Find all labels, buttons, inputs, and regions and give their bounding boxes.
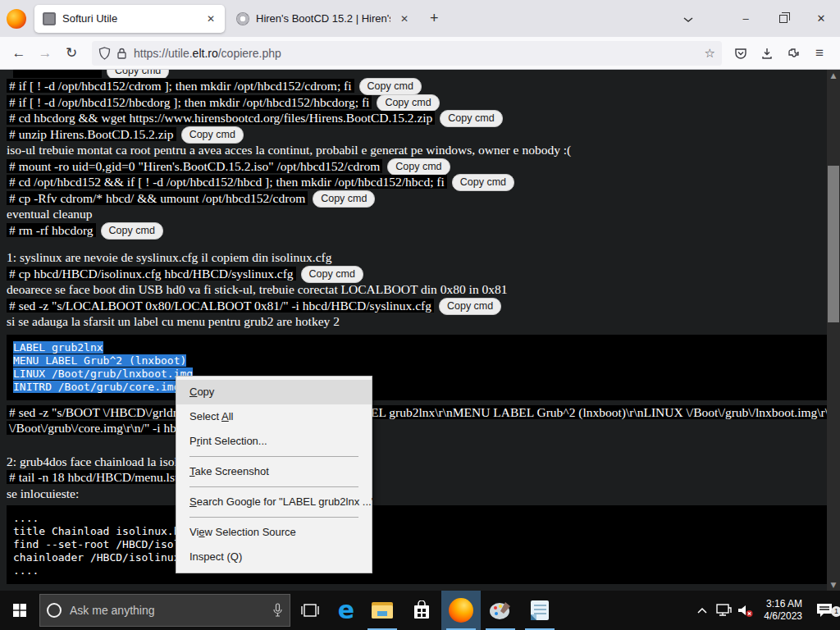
extensions-puzzle-icon[interactable] [781, 42, 806, 65]
taskbar-file-explorer-button[interactable] [363, 591, 402, 630]
lock-icon[interactable] [116, 47, 127, 60]
context-menu-item[interactable]: Copy [176, 380, 372, 404]
context-menu: CopySelect AllPrint Selection...Take Scr… [176, 376, 372, 573]
command-text: # cp hbcd/HBCD/isolinux.cfg hbcd/HBCD/sy… [7, 267, 296, 281]
note-line: se inlocuieste: [7, 486, 827, 502]
code-text: title Chainload isolinux.bin [13, 525, 193, 537]
copy-cmd-button[interactable]: Copy cmd [452, 174, 514, 191]
copy-cmd-button[interactable]: Copy cmd [359, 78, 422, 95]
forward-icon[interactable]: → [33, 42, 57, 65]
copy-cmd-button[interactable]: Copy cmd [301, 266, 363, 283]
windows-logo-icon [13, 604, 26, 617]
microphone-icon[interactable] [272, 603, 283, 618]
note-line: deoarece se face boot din USB hd0 va fi … [7, 281, 827, 298]
spacer [7, 436, 827, 454]
command-text: # mount -ro uid=0,gid=0 "Hiren's.BootCD.… [7, 159, 382, 173]
command-line: # cp -Rfv cdrom/* hbcd/ && umount /opt/h… [7, 190, 827, 207]
tab-softuri-utile[interactable]: Softuri Utile ✕ [34, 5, 225, 33]
copy-cmd-button[interactable]: Copy cmd [439, 298, 501, 315]
taskbar-edge-button[interactable]: e [330, 591, 363, 630]
command-text: # if [ ! -d /opt/hbcd152/hbcdorg ]; then… [7, 95, 372, 109]
command-line: # cd /opt/hbcd152 && if [ ! -d /opt/hbcd… [7, 174, 827, 190]
command-text [13, 70, 102, 78]
tab-title: Hiren's BootCD 15.2 | Hiren's Bo [256, 12, 390, 25]
reload-icon[interactable]: ↻ [59, 42, 84, 65]
code-line: chainloader /HBCD/isolinux.bin [13, 551, 820, 564]
bookmark-star-icon[interactable]: ☆ [705, 46, 715, 61]
start-button[interactable] [0, 591, 39, 630]
code-line: LINUX /Boot/grub/lnxboot.img [13, 368, 820, 381]
context-menu-item[interactable]: Select All [176, 404, 372, 429]
taskbar: Ask me anything e [0, 591, 840, 630]
command-text: # cd hbcdorg && wget https://www.hirensb… [7, 111, 435, 125]
url-text: https://utile.elt.ro/copiere.php [134, 47, 700, 60]
vertical-scrollbar[interactable]: ▲ ▼ [827, 70, 840, 591]
menu-separator [189, 517, 358, 518]
copy-cmd-button[interactable]: Copy cmd [387, 158, 450, 176]
action-center-button[interactable]: 1 [809, 602, 840, 619]
tab-hirens-bootcd[interactable]: Hiren's BootCD 15.2 | Hiren's Bo ✕ [228, 5, 418, 33]
context-menu-item[interactable]: Print Selection... [176, 429, 372, 454]
new-tab-button[interactable]: + [422, 8, 447, 29]
taskbar-clock[interactable]: 3:16 AM 4/6/2023 [764, 598, 802, 623]
task-view-icon [301, 604, 319, 617]
downloads-icon[interactable] [755, 42, 779, 65]
url-bar[interactable]: https://utile.elt.ro/copiere.php ☆ [92, 41, 722, 66]
menu-hamburger-icon[interactable]: ≡ [807, 42, 832, 65]
restore-button[interactable] [765, 0, 802, 37]
shield-icon[interactable] [98, 47, 111, 60]
copy-cmd-button[interactable]: Copy cmd [181, 126, 244, 144]
context-menu-item[interactable]: View Selection Source [176, 520, 372, 545]
pocket-icon[interactable] [728, 42, 753, 65]
selected-text: MENU LABEL Grub^2 (lnxboot) [13, 354, 186, 367]
command-line: # sed -z "s/LOCALBOOT 0x80/LOCALBOOT 0x8… [7, 298, 827, 314]
command-line: # cp hbcd/HBCD/isolinux.cfg hbcd/HBCD/sy… [7, 266, 827, 282]
close-button[interactable]: ✕ [802, 0, 840, 37]
context-menu-item[interactable]: Take Screenshot [176, 459, 372, 484]
context-menu-item[interactable]: Inspect (Q) [176, 545, 372, 569]
scroll-down-icon[interactable]: ▼ [827, 579, 840, 591]
code-line: .... [13, 512, 820, 525]
taskbar-store-button[interactable] [402, 591, 441, 630]
context-menu-item[interactable]: Search Google for "LABEL grub2lnx ..." [176, 490, 372, 514]
code-text: .... [13, 512, 39, 524]
partial-command-line: Copy cmd [7, 70, 827, 78]
command-text: # sed -z "s/LOCALBOOT 0x80/LOCALBOOT 0x8… [7, 299, 434, 313]
copy-cmd-button[interactable]: Copy cmd [101, 222, 163, 240]
app-favicon-icon [43, 12, 56, 25]
tab-close-icon[interactable]: ✕ [203, 11, 218, 26]
navigation-toolbar: ← → ↻ https://utile.elt.ro/copiere.php ☆… [0, 37, 840, 70]
file-explorer-icon [372, 602, 393, 619]
copy-cmd-button[interactable]: Copy cmd [107, 70, 169, 78]
clock-date: 4/6/2023 [764, 610, 802, 622]
copy-cmd-button[interactable]: Copy cmd [313, 190, 375, 208]
network-icon[interactable] [713, 603, 734, 618]
spacer [7, 238, 827, 249]
scroll-up-icon[interactable]: ▲ [827, 70, 840, 81]
selected-text: INITRD /Boot/grub/core.img [13, 381, 180, 393]
search-placeholder: Ask me anything [70, 604, 272, 617]
page-content: Copy cmd# if [ ! -d /opt/hbcd152/cdrom ]… [0, 70, 840, 591]
taskbar-paint-button[interactable] [481, 591, 520, 630]
hidden-icons-chevron-icon[interactable] [692, 607, 713, 614]
command-line: # rm -rf hbcdorgCopy cmd [7, 222, 827, 239]
cortana-search-box[interactable]: Ask me anything [39, 594, 290, 627]
task-view-button[interactable] [290, 591, 330, 630]
scrollbar-thumb[interactable] [828, 166, 839, 322]
copy-cmd-button[interactable]: Copy cmd [377, 94, 439, 112]
note-line: 2: grub4dos face chainload la isolinux.b… [7, 454, 827, 470]
notepad-icon [531, 600, 549, 620]
taskbar-notepad-button[interactable] [520, 591, 559, 630]
list-all-tabs-chevron-icon[interactable] [682, 11, 694, 26]
code-block: LABEL grub2lnxMENU LABEL Grub^2 (lnxboot… [7, 335, 827, 400]
code-line: MENU LABEL Grub^2 (lnxboot) [13, 354, 820, 368]
firefox-icon [449, 598, 473, 623]
copy-cmd-button[interactable]: Copy cmd [440, 110, 502, 127]
volume-muted-icon[interactable] [734, 603, 756, 618]
code-line: INITRD /Boot/grub/core.img [13, 381, 820, 394]
tab-close-icon[interactable]: ✕ [397, 11, 412, 26]
taskbar-firefox-button[interactable] [441, 591, 481, 630]
note-line: si se adauga la sfarsit un label cu menu… [7, 313, 827, 330]
back-icon[interactable]: ← [7, 42, 31, 65]
minimize-button[interactable]: – [727, 0, 765, 37]
